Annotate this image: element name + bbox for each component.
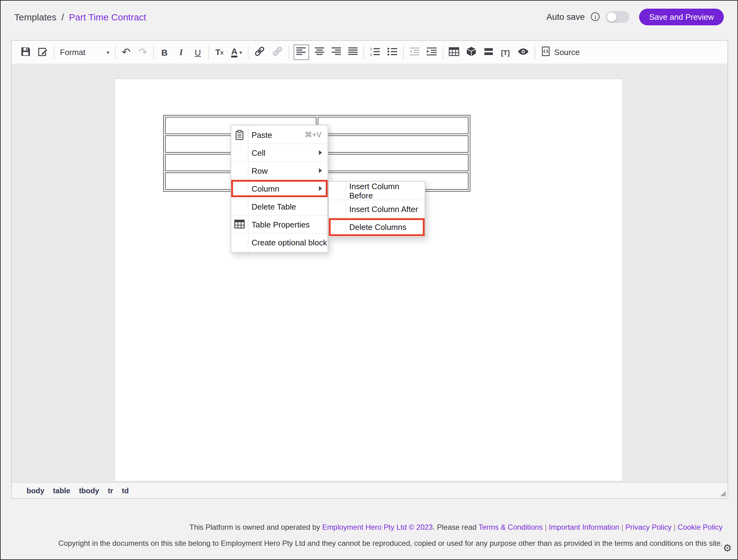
source-label: Source [554, 48, 580, 57]
save-and-preview-button[interactable]: Save and Preview [639, 8, 724, 25]
italic-button[interactable]: I [175, 44, 187, 60]
paste-shortcut: ⌘+V [305, 130, 321, 139]
table-cell[interactable] [317, 135, 468, 153]
outdent-button[interactable] [408, 44, 421, 60]
underline-button[interactable]: U [192, 44, 204, 60]
preview-button[interactable] [516, 44, 530, 60]
breadcrumb-separator: / [61, 11, 64, 22]
save-template-button[interactable] [19, 44, 32, 60]
justify-icon [348, 47, 358, 57]
unlink-button[interactable] [271, 44, 284, 60]
text-color-button[interactable]: A▾ [230, 44, 243, 60]
menu-item-column[interactable]: Column [231, 180, 328, 198]
toolbar-separator [534, 45, 535, 59]
privacy-policy-link[interactable]: Privacy Policy [626, 523, 672, 532]
link-icon [254, 46, 265, 59]
svg-text:2.: 2. [370, 52, 373, 56]
menu-item-label: Insert Column After [349, 204, 418, 214]
chevron-down-icon: ▾ [239, 49, 242, 55]
toolbar-separator [208, 45, 209, 59]
bulleted-list-icon [387, 47, 397, 58]
company-link[interactable]: Employment Hero Pty Ltd © 2023 [322, 523, 433, 532]
menu-item-table-properties[interactable]: Table Properties [231, 216, 328, 234]
edit-template-button[interactable] [36, 44, 49, 60]
cookie-policy-link[interactable]: Cookie Policy [678, 523, 723, 532]
path-item-tr[interactable]: tr [108, 486, 113, 495]
footer-text: This Platform is owned and operated by [190, 523, 320, 532]
edit-icon [38, 46, 48, 58]
placeholder-button[interactable]: [T] [499, 44, 511, 60]
remove-format-button[interactable]: Tx [213, 44, 226, 60]
table-cell[interactable] [317, 154, 468, 171]
justify-button[interactable] [346, 44, 359, 60]
submenu-arrow-icon [319, 150, 322, 155]
submenu-item-insert-column-before[interactable]: Insert Column Before [329, 182, 425, 200]
chevron-down-icon: ▾ [107, 49, 109, 55]
toolbar-separator [115, 45, 115, 59]
menu-item-row[interactable]: Row [231, 162, 328, 180]
footer-pipe: | [622, 523, 623, 532]
link-button[interactable] [253, 44, 266, 60]
format-dropdown[interactable]: Format ▾ [59, 48, 111, 57]
submenu-item-delete-columns[interactable]: Delete Columns [329, 218, 425, 236]
autosave-toggle[interactable] [606, 11, 629, 23]
breadcrumb-templates[interactable]: Templates [14, 11, 57, 22]
cube-icon [466, 46, 476, 58]
insert-table-button[interactable] [447, 44, 460, 60]
footer-line1: This Platform is owned and operated by E… [1, 523, 723, 532]
remove-format-x: x [220, 49, 224, 55]
format-label: Format [60, 48, 85, 57]
menu-item-create-optional-block[interactable]: Create optional block [231, 234, 328, 252]
outdent-icon [409, 47, 419, 58]
breadcrumb-current[interactable]: Part Time Contract [69, 11, 146, 22]
numbered-list-button[interactable]: 1.2. [368, 44, 381, 60]
gear-icon[interactable]: ⚙ [723, 543, 732, 553]
toolbar-separator [363, 45, 364, 59]
footer-pipe: | [674, 523, 676, 532]
toolbar-separator [153, 45, 154, 59]
menu-item-label: Table Properties [252, 220, 310, 229]
submenu-arrow-icon [319, 186, 322, 191]
template-editor-app: Templates / Part Time Contract Auto save… [0, 0, 738, 560]
menu-item-label: Insert Column Before [349, 182, 425, 200]
menu-item-paste[interactable]: Paste ⌘+V [231, 126, 328, 144]
undo-button[interactable]: ↶ [120, 44, 132, 60]
table-cell[interactable] [317, 117, 468, 134]
path-item-table[interactable]: table [53, 486, 70, 495]
bulleted-list-button[interactable] [385, 44, 398, 60]
align-left-button[interactable] [293, 44, 309, 60]
path-item-tbody[interactable]: tbody [79, 486, 99, 495]
menu-item-label: Column [252, 184, 279, 193]
menu-item-cell[interactable]: Cell [231, 144, 328, 162]
indent-button[interactable] [425, 44, 438, 60]
text-color-a: A [231, 47, 237, 57]
save-icon [20, 46, 31, 58]
page-break-button[interactable] [482, 44, 495, 60]
path-item-body[interactable]: body [27, 486, 44, 495]
document-page[interactable] [114, 78, 623, 482]
toolbar-separator [403, 45, 403, 59]
table-properties-icon [234, 219, 245, 230]
align-right-button[interactable] [330, 44, 342, 60]
unlink-icon [272, 46, 283, 59]
align-left-icon [296, 47, 306, 57]
align-center-button[interactable] [313, 44, 325, 60]
menu-item-delete-table[interactable]: Delete Table [231, 198, 328, 216]
redo-button[interactable]: ↷ [136, 44, 149, 60]
terms-link[interactable]: Terms & Conditions [478, 523, 543, 532]
path-item-td[interactable]: td [122, 486, 129, 495]
insert-block-button[interactable] [464, 44, 477, 60]
bold-button[interactable]: B [158, 44, 170, 60]
align-right-icon [331, 47, 341, 57]
source-button[interactable]: Source [539, 44, 581, 60]
resize-handle[interactable] [720, 491, 726, 496]
toggle-knob [607, 12, 616, 21]
indent-icon [426, 47, 437, 58]
table-icon [448, 47, 459, 58]
paste-icon [234, 130, 245, 140]
important-information-link[interactable]: Important Information [549, 523, 619, 532]
submenu-item-insert-column-after[interactable]: Insert Column After [329, 200, 425, 218]
remove-format-t: T [216, 48, 220, 57]
info-icon[interactable]: i [591, 12, 600, 21]
toolbar-separator [248, 45, 248, 59]
